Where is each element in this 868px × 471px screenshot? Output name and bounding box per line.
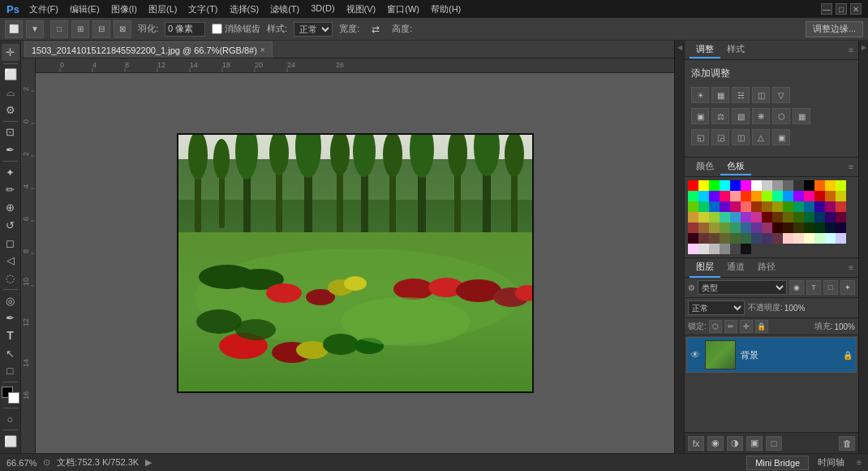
tab-adjustments[interactable]: 调整 [690,41,720,58]
status-info-icon[interactable]: ⊙ [43,457,50,468]
swatch-cell[interactable] [772,212,783,223]
swatch-cell[interactable] [698,244,709,254]
swatch-cell[interactable] [804,212,814,223]
swatch-cell[interactable] [741,191,751,201]
swatch-cell[interactable] [741,180,751,191]
menu-filter[interactable]: 滤镜(T) [270,3,299,15]
swatch-cell[interactable] [793,191,804,201]
menu-help[interactable]: 帮助(H) [431,3,461,15]
quick-mask-mode[interactable]: ○ [2,411,19,428]
layers-menu-icon[interactable]: ≡ [849,263,853,272]
bottom-panel-menu-icon[interactable]: ≡ [857,458,862,467]
color-lookup-icon[interactable]: ▦ [793,108,810,124]
delete-layer-button[interactable]: 🗑 [839,436,855,451]
swatch-cell[interactable] [720,212,730,223]
status-arrow-button[interactable]: ▶ [145,457,152,468]
layer-type-select[interactable]: 类型 [698,280,787,295]
swatch-cell[interactable] [730,233,741,244]
swatch-cell[interactable] [720,201,730,212]
swatch-cell[interactable] [751,201,762,212]
swatch-cell[interactable] [814,233,825,244]
tab-swatches[interactable]: 色板 [720,158,751,175]
healing-brush-tool[interactable]: ✦ [2,164,19,181]
add-mask-button[interactable]: ◉ [707,436,724,451]
menu-type[interactable]: 文字(T) [188,3,217,15]
swatch-cell[interactable] [793,212,804,223]
foreground-background-color[interactable] [2,387,19,404]
eyedropper-tool[interactable]: ✒ [2,141,19,158]
swatch-cell[interactable] [814,201,825,212]
lock-position-icon[interactable]: ✛ [740,320,753,333]
swatch-cell[interactable] [709,180,720,191]
swatch-cell[interactable] [836,201,846,212]
crop-tool[interactable]: ⊡ [2,124,19,141]
background-color[interactable] [8,392,19,404]
tab-layers[interactable]: 图层 [690,258,720,278]
swap-wh-icon[interactable]: ⇄ [366,22,385,37]
swatch-cell[interactable] [741,212,751,223]
invert-icon[interactable]: ◱ [691,129,709,145]
swatch-cell[interactable] [730,212,741,223]
swatch-cell[interactable] [836,212,846,223]
swatch-cell[interactable] [814,223,825,233]
swatch-cell[interactable] [720,223,730,233]
layer-fx-button[interactable]: fx [688,436,704,451]
swatch-cell[interactable] [741,223,751,233]
swatch-cell[interactable] [720,244,730,254]
add-sel-icon[interactable]: ⊞ [71,20,89,38]
swatch-cell[interactable] [825,212,836,223]
gradient-map-icon[interactable]: △ [752,129,770,145]
new-group-button[interactable]: ▣ [746,436,763,451]
swatch-cell[interactable] [814,180,825,191]
brightness-contrast-icon[interactable]: ☀ [691,87,709,103]
mini-bridge-tab[interactable]: Mini Bridge [746,456,809,470]
swatch-cell[interactable] [783,223,793,233]
swatch-cell[interactable] [741,233,751,244]
swatch-cell[interactable] [730,180,741,191]
maximize-button[interactable]: □ [836,3,847,15]
bw-icon[interactable]: ▧ [732,108,750,124]
adjustment-layer-button[interactable]: ◑ [727,436,743,451]
tab-channels[interactable]: 通道 [720,258,751,278]
swatch-cell[interactable] [836,233,846,244]
swatch-cell[interactable] [762,201,772,212]
layer-filter-icon1[interactable]: ◉ [789,280,804,295]
type-tool[interactable]: T [2,327,19,344]
swatch-cell[interactable] [772,191,783,201]
swatch-cell[interactable] [730,244,741,254]
swatch-cell[interactable] [783,201,793,212]
swatch-cell[interactable] [730,223,741,233]
color-balance-icon[interactable]: ⚖ [711,108,729,124]
blend-mode-select[interactable]: 正常 [688,300,745,315]
new-layer-button[interactable]: □ [766,436,782,451]
swatch-cell[interactable] [688,244,698,254]
collapse-arrow-icon[interactable]: ◀ [677,44,682,51]
swatch-cell[interactable] [762,233,772,244]
screen-mode[interactable]: ⬜ [2,433,19,450]
swatch-cell[interactable] [730,201,741,212]
levels-icon[interactable]: ▦ [711,87,729,103]
swatch-cell[interactable] [762,223,772,233]
swatch-cell[interactable] [751,223,762,233]
curves-icon[interactable]: ☵ [732,87,750,103]
swatch-cell[interactable] [762,212,772,223]
exposure-icon[interactable]: ◫ [752,87,770,103]
swatch-cell[interactable] [698,180,709,191]
swatch-cell[interactable] [804,180,814,191]
style-select[interactable]: 正常 [294,22,333,37]
swatch-cell[interactable] [836,223,846,233]
close-button[interactable]: ✕ [850,3,862,15]
tab-styles[interactable]: 样式 [720,41,751,58]
swatch-cell[interactable] [793,223,804,233]
swatch-cell[interactable] [709,212,720,223]
swatch-cell[interactable] [804,233,814,244]
swatch-cell[interactable] [772,223,783,233]
marquee-rect-icon[interactable]: ⬜ [5,20,23,38]
swatch-cell[interactable] [836,191,846,201]
dodge-tool[interactable]: ◎ [2,292,19,309]
swatch-cell[interactable] [698,191,709,201]
photo-filter-icon[interactable]: ❋ [752,108,770,124]
threshold-icon[interactable]: ◫ [732,129,750,145]
adjust-edges-button[interactable]: 调整边缘... [806,21,863,37]
swatch-cell[interactable] [783,180,793,191]
